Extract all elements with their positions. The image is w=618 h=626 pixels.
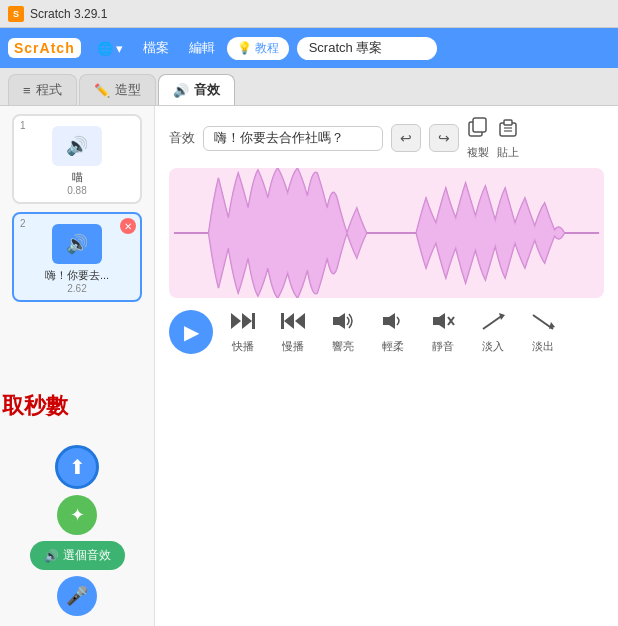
choose-sound-label: 選個音效: [63, 547, 111, 564]
main-area: 1 🔊 喵 0.88 2 ✕ 🔊 嗨！你要去... 2.62 取秒數 ⬆: [0, 106, 618, 626]
title-bar: S Scratch 3.29.1: [0, 0, 618, 28]
choose-sound-icon: 🔊: [44, 549, 59, 563]
louder-button[interactable]: 響亮: [323, 311, 363, 354]
play-button[interactable]: ▶: [169, 310, 213, 354]
svg-marker-10: [242, 313, 252, 329]
choose-sound-button[interactable]: 🔊 選個音效: [30, 541, 125, 570]
edit-menu[interactable]: 編輯: [181, 35, 223, 61]
content-area: 音效 ↩ ↪ 複製: [155, 106, 618, 626]
fade-out-button[interactable]: 淡出: [523, 311, 563, 354]
sound-item-1-duration: 0.88: [67, 185, 86, 196]
sound-item-2-num: 2: [20, 218, 26, 229]
sound-item-2-icon-wrap: 🔊: [52, 224, 102, 264]
sound-tab-icon: 🔊: [173, 83, 189, 98]
tab-sound-label: 音效: [194, 81, 220, 99]
edit-label: 編輯: [189, 39, 215, 57]
tab-code[interactable]: ≡ 程式: [8, 74, 77, 105]
svg-marker-16: [383, 313, 395, 329]
sidebar: 1 🔊 喵 0.88 2 ✕ 🔊 嗨！你要去... 2.62 取秒數 ⬆: [0, 106, 155, 626]
copy-button[interactable]: 複製: [467, 116, 489, 160]
fade-out-label: 淡出: [532, 339, 554, 354]
fast-forward-icon: [231, 311, 255, 336]
rewind-button[interactable]: 慢播: [273, 311, 313, 354]
svg-marker-15: [333, 313, 345, 329]
paste-button[interactable]: 貼上: [497, 116, 519, 160]
silence-button[interactable]: 靜音: [423, 311, 463, 354]
scratch-logo: ScrAtch: [8, 38, 81, 58]
svg-marker-12: [295, 313, 305, 329]
softer-icon: [381, 311, 405, 336]
svg-rect-3: [504, 120, 512, 125]
sound-item-2-duration: 2.62: [67, 283, 86, 294]
sound-item-2-speaker-icon: 🔊: [66, 233, 88, 255]
code-icon: ≡: [23, 83, 31, 98]
sound-item-1-icon-wrap: 🔊: [52, 126, 102, 166]
paste-label: 貼上: [497, 145, 519, 160]
sound-item-1-speaker-icon: 🔊: [66, 135, 88, 157]
sound-name-bar: 音效 ↩ ↪ 複製: [169, 116, 604, 160]
file-menu[interactable]: 檔案: [135, 35, 177, 61]
undo-button[interactable]: ↩: [391, 124, 421, 152]
svg-marker-21: [549, 322, 555, 329]
waveform-display: [169, 168, 604, 298]
fade-in-label: 淡入: [482, 339, 504, 354]
svg-marker-13: [284, 313, 294, 329]
copy-label: 複製: [467, 145, 489, 160]
tutorial-label: 教程: [255, 40, 279, 57]
sidebar-bottom-controls: ⬆ ✦ 🔊 選個音效 🎤: [30, 445, 125, 616]
costume-icon: ✏️: [94, 83, 110, 98]
silence-label: 靜音: [432, 339, 454, 354]
sound-item-2[interactable]: 2 ✕ 🔊 嗨！你要去... 2.62: [12, 212, 142, 302]
fx-button[interactable]: ✦: [57, 495, 97, 535]
fade-out-icon: [531, 311, 555, 336]
globe-menu[interactable]: 🌐 ▾: [89, 37, 131, 60]
menu-bar: ScrAtch 🌐 ▾ 檔案 編輯 💡 教程: [0, 28, 618, 68]
sound-item-1-num: 1: [20, 120, 26, 131]
sound-item-2-name: 嗨！你要去...: [45, 268, 109, 283]
tutorial-button[interactable]: 💡 教程: [227, 37, 289, 60]
project-name-input[interactable]: [297, 37, 437, 60]
svg-marker-9: [231, 313, 241, 329]
silence-icon: [431, 311, 455, 336]
record-button[interactable]: 🎤: [57, 576, 97, 616]
delete-sound-2-button[interactable]: ✕: [120, 218, 136, 234]
softer-label: 輕柔: [382, 339, 404, 354]
sound-item-1-name: 喵: [72, 170, 83, 185]
tab-bar: ≡ 程式 ✏️ 造型 🔊 音效: [0, 68, 618, 106]
fast-forward-button[interactable]: 快播: [223, 311, 263, 354]
tab-sound[interactable]: 🔊 音效: [158, 74, 235, 105]
louder-label: 響亮: [332, 339, 354, 354]
sound-field-label: 音效: [169, 129, 195, 147]
redo-icon: ↪: [438, 130, 450, 146]
redo-button[interactable]: ↪: [429, 124, 459, 152]
copy-icon: [467, 116, 489, 143]
tutorial-icon: 💡: [237, 41, 252, 55]
tab-costume[interactable]: ✏️ 造型: [79, 74, 156, 105]
paste-icon: [497, 116, 519, 143]
svg-rect-1: [473, 118, 486, 132]
rewind-label: 慢播: [282, 339, 304, 354]
sound-item-1[interactable]: 1 🔊 喵 0.88: [12, 114, 142, 204]
fast-forward-label: 快播: [232, 339, 254, 354]
fade-in-icon: [481, 311, 505, 336]
svg-rect-11: [252, 313, 255, 329]
undo-icon: ↩: [400, 130, 412, 146]
annotation-text: 取秒數: [2, 391, 68, 421]
fx-icon: ✦: [70, 504, 85, 526]
softer-button[interactable]: 輕柔: [373, 311, 413, 354]
waveform-svg: [169, 168, 604, 298]
controls-row: ▶ 快播 慢播: [169, 306, 604, 358]
svg-marker-17: [433, 313, 445, 329]
tab-code-label: 程式: [36, 81, 62, 99]
record-icon: 🎤: [66, 585, 88, 607]
svg-rect-14: [281, 313, 284, 329]
file-label: 檔案: [143, 39, 169, 57]
globe-icon: 🌐: [97, 41, 113, 56]
rewind-icon: [281, 311, 305, 336]
fade-in-button[interactable]: 淡入: [473, 311, 513, 354]
upload-sound-button[interactable]: ⬆: [55, 445, 99, 489]
louder-icon: [331, 311, 355, 336]
sound-name-input[interactable]: [203, 126, 383, 151]
globe-chevron: ▾: [116, 41, 123, 56]
title-text: Scratch 3.29.1: [30, 7, 107, 21]
